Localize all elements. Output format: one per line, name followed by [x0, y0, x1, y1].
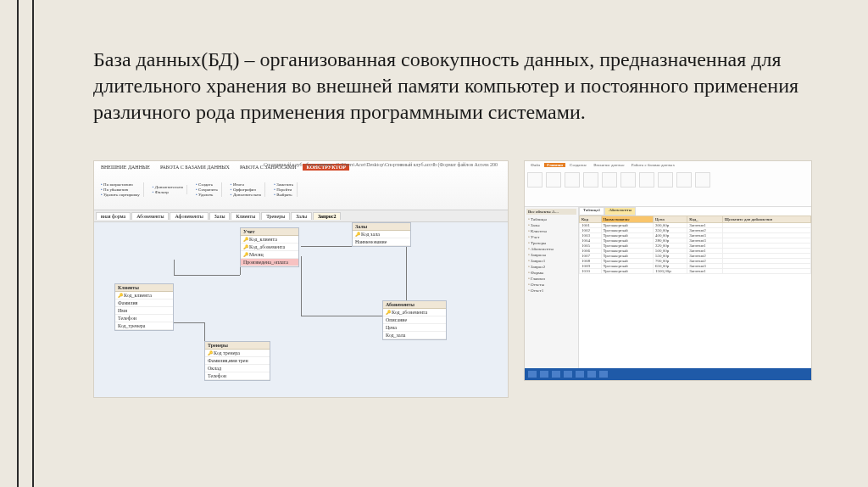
nav-item[interactable]: Таблицы [526, 216, 576, 222]
ribbon-button[interactable] [602, 172, 617, 188]
relationship-line [174, 275, 240, 276]
taskbar-item[interactable] [576, 371, 584, 378]
definition-text: База данных(БД) – организованная совокуп… [93, 47, 817, 126]
tool-group: Дополнительно Фильтр [149, 185, 187, 194]
relationship-line [406, 238, 407, 305]
table-uchet[interactable]: Учет Код_клиента Код_абонемента Месяц Пр… [240, 227, 299, 267]
column-header[interactable]: Код_ [687, 216, 722, 222]
taskbar-item[interactable] [540, 371, 548, 378]
table-trenery[interactable]: Тренеры Код тренера Фамилия,имя трен Окл… [204, 341, 270, 381]
tool-group: Итоги Орфография Дополнительно [227, 182, 265, 197]
ribbon-button[interactable] [546, 172, 561, 188]
navigation-pane[interactable]: Все объекты A… ТаблицыЗалыКлиентыУчетТре… [525, 207, 579, 368]
nav-item[interactable]: Главная [526, 276, 576, 282]
relationship-line [174, 260, 175, 275]
nav-item[interactable]: Запросы [526, 252, 576, 258]
object-tabs: Таблица1 Абонементы [579, 207, 811, 216]
column-header[interactable]: Цена [653, 216, 687, 222]
tool-group: Создать Сохранить Удалить [192, 182, 222, 197]
taskbar-item[interactable] [564, 371, 572, 378]
column-header[interactable]: Наименование [601, 216, 653, 222]
data-grid[interactable]: КодНаименованиеЦенаКод_Щелкните для доба… [579, 216, 811, 274]
tool-group: По возрастанию По убыванию Удалить сорти… [97, 182, 144, 197]
nav-item[interactable]: Тренеры [526, 240, 576, 246]
ribbon-tab[interactable]: РАБОТА С БАЗАМИ ДАННЫХ [157, 164, 233, 171]
nav-item[interactable]: Отчеты [526, 282, 576, 288]
screenshots-row: Спортивный клуб : база данных- C:\Users\… [93, 160, 817, 398]
taskbar-item[interactable] [528, 371, 537, 378]
ribbon-button[interactable] [565, 172, 580, 188]
ribbon-tabs: Файл Главная Создание Внешние данные Раб… [525, 161, 811, 170]
slide-side-border [17, 0, 34, 487]
nav-header[interactable]: Все объекты A… [526, 209, 576, 215]
object-tabs: вная форма Абонементы Афонементы Залы Кл… [94, 210, 508, 222]
ribbon-button[interactable] [658, 172, 673, 188]
table-klienty[interactable]: Клиенты Код_клиента Фамилия Имя Телефон … [114, 283, 174, 331]
nav-item[interactable]: Абонементы [526, 246, 576, 252]
ribbon: Файл Главная Создание Внешние данные Раб… [525, 161, 811, 207]
nav-item[interactable]: Клиенты [526, 228, 576, 234]
ribbon-button[interactable] [639, 172, 654, 188]
ribbon-button[interactable] [695, 172, 710, 188]
nav-item[interactable]: Учет [526, 234, 576, 240]
ribbon-tools: По возрастанию По убыванию Удалить сорти… [94, 173, 508, 207]
column-header[interactable]: Щелкните для добавления [722, 216, 810, 222]
table-abonementy[interactable]: Абонементы Код_абонемента Описание Цена … [382, 300, 447, 340]
table-zaly[interactable]: Залы Код зала Наименование [352, 222, 411, 247]
relationship-line [301, 316, 382, 316]
ribbon-button[interactable] [583, 172, 598, 188]
datasheet[interactable]: Таблица1 Абонементы КодНаименованиеЦенаК… [579, 207, 811, 368]
slide-content: База данных(БД) – организованная совокуп… [93, 47, 817, 398]
relationship-line [174, 322, 204, 323]
taskbar-item[interactable] [587, 371, 596, 378]
ribbon: Спортивный клуб : база данных- C:\Users\… [94, 161, 508, 210]
access-design-screenshot: Спортивный клуб : база данных- C:\Users\… [93, 160, 509, 398]
table-row[interactable]: 1010Тренажерный1500,00рЗанятия1 [580, 268, 811, 273]
relationship-line [301, 246, 352, 247]
body: Все объекты A… ТаблицыЗалыКлиентыУчетТре… [525, 207, 811, 368]
ribbon-tab[interactable]: ВНЕШНИЕ ДАННЫЕ [97, 164, 153, 171]
taskbar-item[interactable] [599, 371, 608, 378]
taskbar [525, 368, 811, 380]
column-header[interactable]: Код [580, 216, 602, 222]
nav-item[interactable]: Отчет1 [526, 288, 576, 294]
relationship-line [301, 256, 302, 316]
ribbon-buttons [525, 170, 811, 190]
nav-item[interactable]: Залы [526, 222, 576, 228]
access-datasheet-screenshot: Файл Главная Создание Внешние данные Раб… [524, 160, 812, 381]
tool-group: Заменить Перейти Выбрать [270, 182, 298, 197]
nav-item[interactable]: Запрос2 [526, 264, 576, 270]
ribbon-button[interactable] [527, 172, 542, 188]
nav-item[interactable]: Запрос1 [526, 258, 576, 264]
ribbon-button[interactable] [676, 172, 692, 188]
taskbar-item[interactable] [552, 371, 560, 378]
design-canvas[interactable]: Учет Код_клиента Код_абонемента Месяц Пр… [94, 222, 508, 397]
nav-item[interactable]: Формы [526, 270, 576, 276]
ribbon-button[interactable] [620, 172, 636, 188]
window-title: Спортивный клуб : база данных- C:\Users\… [264, 162, 498, 167]
